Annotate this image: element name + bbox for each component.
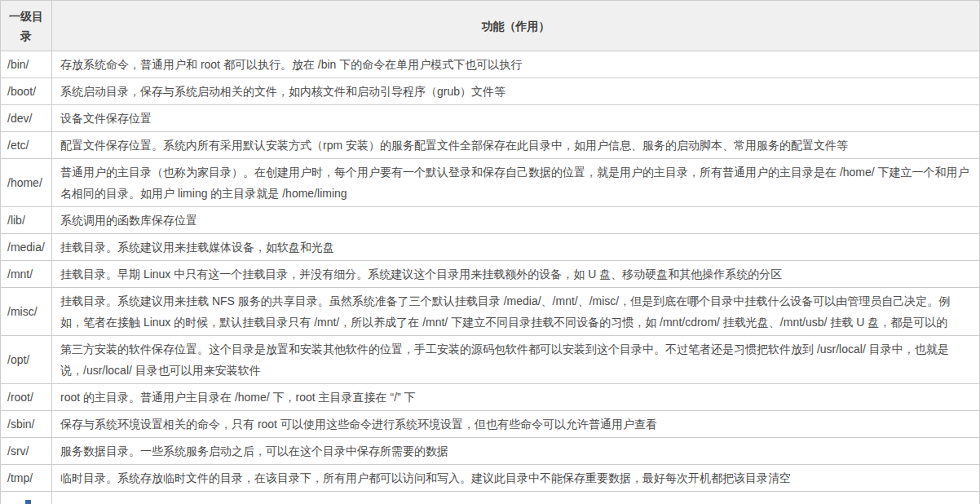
function-cell: 配置文件保存位置。系统内所有采用默认安装方式（rpm 安装）的服务配置文件全部保… <box>52 132 980 159</box>
function-cell-clipped <box>52 492 980 504</box>
table-row-etc: /etc/ 配置文件保存位置。系统内所有采用默认安装方式（rpm 安装）的服务配… <box>1 132 980 159</box>
linux-directory-table-page: 一级目录 功能（作用） /bin/ 存放系统命令，普通用户和 root 都可以执… <box>0 0 980 504</box>
directory-cell: /srv/ <box>1 438 52 465</box>
clipped-link-top-sliver[interactable] <box>25 500 31 504</box>
table-row-home: /home/ 普通用户的主目录（也称为家目录）。在创建用户时，每个用户要有一个默… <box>1 159 980 207</box>
table-row-sbin: /sbin/ 保存与系统环境设置相关的命令，只有 root 可以使用这些命令进行… <box>1 411 980 438</box>
directory-cell-clipped <box>1 492 52 504</box>
table-row-mnt: /mnt/ 挂载目录。早期 Linux 中只有这一个挂载目录，并没有细分。系统建… <box>1 261 980 288</box>
function-cell: 系统启动目录，保存与系统启动相关的文件，如内核文件和启动引导程序（grub）文件… <box>52 78 980 105</box>
clipped-next-table-row <box>1 492 980 504</box>
table-row-dev: /dev/ 设备文件保存位置 <box>1 105 980 132</box>
function-cell: 服务数据目录。一些系统服务启动之后，可以在这个目录中保存所需要的数据 <box>52 438 980 465</box>
table-row-root: /root/ root 的主目录。普通用户主目录在 /home/ 下，root … <box>1 384 980 411</box>
column-header-function: 功能（作用） <box>52 1 980 51</box>
directory-cell: /tmp/ <box>1 465 52 492</box>
function-cell: 挂载目录。系统建议用来挂载 NFS 服务的共享目录。虽然系统准备了三个默认挂载目… <box>52 288 980 336</box>
directory-cell: /home/ <box>1 159 52 207</box>
directory-cell: /etc/ <box>1 132 52 159</box>
function-cell: 保存与系统环境设置相关的命令，只有 root 可以使用这些命令进行系统环境设置，… <box>52 411 980 438</box>
table-row-opt: /opt/ 第三方安装的软件保存位置。这个目录是放置和安装其他软件的位置，手工安… <box>1 336 980 384</box>
function-cell: 普通用户的主目录（也称为家目录）。在创建用户时，每个用户要有一个默认登录和保存自… <box>52 159 980 207</box>
function-cell: 第三方安装的软件保存位置。这个目录是放置和安装其他软件的位置，手工安装的源码包软… <box>52 336 980 384</box>
directory-cell: /boot/ <box>1 78 52 105</box>
table-header-row: 一级目录 功能（作用） <box>1 1 980 51</box>
table-row-media: /media/ 挂载目录。系统建议用来挂载媒体设备，如软盘和光盘 <box>1 234 980 261</box>
directory-cell: /opt/ <box>1 336 52 384</box>
table-row-tmp: /tmp/ 临时目录。系统存放临时文件的目录，在该目录下，所有用户都可以访问和写… <box>1 465 980 492</box>
table-row-bin: /bin/ 存放系统命令，普通用户和 root 都可以执行。放在 /bin 下的… <box>1 51 980 78</box>
directory-cell: /misc/ <box>1 288 52 336</box>
function-cell: 设备文件保存位置 <box>52 105 980 132</box>
function-cell: 挂载目录。系统建议用来挂载媒体设备，如软盘和光盘 <box>52 234 980 261</box>
directory-cell: /bin/ <box>1 51 52 78</box>
column-header-directory: 一级目录 <box>1 1 52 51</box>
table-row-lib: /lib/ 系统调用的函数库保存位置 <box>1 207 980 234</box>
function-cell: 系统调用的函数库保存位置 <box>52 207 980 234</box>
linux-directory-table: 一级目录 功能（作用） /bin/ 存放系统命令，普通用户和 root 都可以执… <box>0 0 980 504</box>
function-cell: 临时目录。系统存放临时文件的目录，在该目录下，所有用户都可以访问和写入。建议此目… <box>52 465 980 492</box>
function-cell: 存放系统命令，普通用户和 root 都可以执行。放在 /bin 下的命令在单用户… <box>52 51 980 78</box>
directory-cell: /lib/ <box>1 207 52 234</box>
directory-cell: /sbin/ <box>1 411 52 438</box>
table-row-srv: /srv/ 服务数据目录。一些系统服务启动之后，可以在这个目录中保存所需要的数据 <box>1 438 980 465</box>
table-row-boot: /boot/ 系统启动目录，保存与系统启动相关的文件，如内核文件和启动引导程序（… <box>1 78 980 105</box>
function-cell: 挂载目录。早期 Linux 中只有这一个挂载目录，并没有细分。系统建议这个目录用… <box>52 261 980 288</box>
function-cell: root 的主目录。普通用户主目录在 /home/ 下，root 主目录直接在 … <box>52 384 980 411</box>
directory-cell: /root/ <box>1 384 52 411</box>
table-row-misc: /misc/ 挂载目录。系统建议用来挂载 NFS 服务的共享目录。虽然系统准备了… <box>1 288 980 336</box>
directory-cell: /mnt/ <box>1 261 52 288</box>
directory-cell: /media/ <box>1 234 52 261</box>
directory-cell: /dev/ <box>1 105 52 132</box>
